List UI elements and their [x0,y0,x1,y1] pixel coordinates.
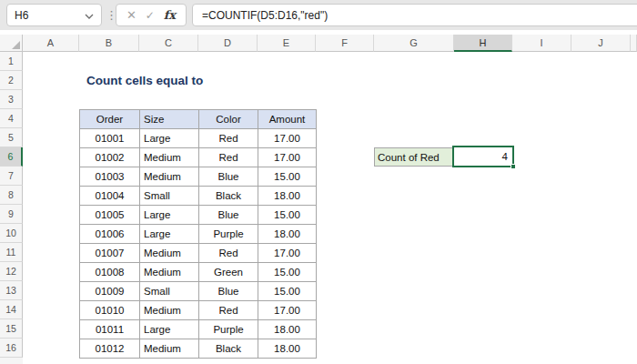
cell-order[interactable]: 01012 [80,339,140,359]
row-header-12[interactable]: 12 [0,262,23,281]
row-header-14[interactable]: 14 [0,300,23,319]
cell-color[interactable]: Blue [199,206,258,225]
column-header-c[interactable]: C [139,35,198,52]
row-header-6-selected[interactable]: 6 [0,147,23,167]
cell-color[interactable]: Blue [199,282,258,301]
corner-triangle-icon [12,41,20,49]
cell-size[interactable]: Medium [140,244,199,263]
cell-size[interactable]: Medium [140,148,199,167]
insert-function-icon[interactable]: fx [164,8,176,22]
row-header-9[interactable]: 9 [0,205,23,224]
column-header-partial [631,35,637,52]
cell-size[interactable]: Large [140,129,199,148]
table-header-order[interactable]: Order [80,110,140,129]
column-header-e[interactable]: E [258,35,316,52]
cell-size[interactable]: Medium [140,263,199,282]
confirm-icon[interactable]: ✓ [146,9,155,22]
row-header-10[interactable]: 10 [0,224,23,243]
cell-amount[interactable]: 18.00 [258,187,317,206]
cell-color[interactable]: Red [199,148,258,167]
cell-order[interactable]: 01009 [80,282,140,301]
formula-bar: H6 ⋮ ✕ ✓ fx =COUNTIF(D5:D16,"red") [0,0,637,30]
row-header-7[interactable]: 7 [0,167,23,186]
row-header-15[interactable]: 15 [0,319,23,339]
cell-order[interactable]: 01008 [80,263,140,282]
table-row: 01002 Medium Red 17.00 [80,148,317,167]
row-header-4[interactable]: 4 [0,109,23,128]
cell-size[interactable]: Medium [140,339,199,359]
cell-amount[interactable]: 15.00 [258,282,317,301]
table-header-size[interactable]: Size [140,110,199,129]
cell-order[interactable]: 01011 [80,320,140,339]
cell-color[interactable]: Red [199,301,258,320]
cell-amount[interactable]: 18.00 [258,225,317,244]
cell-order[interactable]: 01006 [80,225,140,244]
cell-size[interactable]: Small [140,282,199,301]
formula-text: =COUNTIF(D5:D16,"red") [202,9,328,22]
row-header-1[interactable]: 1 [0,52,23,71]
select-all-corner[interactable] [0,35,23,52]
column-header-h-selected[interactable]: H [454,35,512,52]
formula-input[interactable]: =COUNTIF(D5:D16,"red") [192,4,637,26]
cell-order[interactable]: 01007 [80,244,140,263]
cell-amount[interactable]: 18.00 [258,320,317,339]
cell-color[interactable]: Black [199,339,258,359]
table-header-amount[interactable]: Amount [258,110,317,129]
cell-order[interactable]: 01005 [80,206,140,225]
cell-amount[interactable]: 17.00 [258,129,317,148]
table-row: 01011 Large Purple 18.00 [80,320,317,339]
cell-size[interactable]: Small [140,187,199,206]
column-header-d[interactable]: D [198,35,258,52]
cell-size[interactable]: Medium [140,167,199,187]
result-label-cell[interactable]: Count of Red [374,147,455,167]
cell-order[interactable]: 01001 [80,129,140,148]
row-header-13[interactable]: 13 [0,281,23,300]
row-header-16[interactable]: 16 [0,339,23,358]
row-header-3[interactable]: 3 [0,90,23,109]
column-header-i[interactable]: I [512,35,571,52]
cell-color[interactable]: Blue [199,167,258,187]
table-row: 01010 Medium Red 17.00 [80,301,317,320]
table-row: 01012 Medium Black 18.00 [80,339,317,359]
cell-amount[interactable]: 17.00 [258,301,317,320]
cell-color[interactable]: Purple [199,320,258,339]
cell-size[interactable]: Large [140,320,199,339]
column-header-g[interactable]: G [374,35,454,52]
cell-size[interactable]: Large [140,225,199,244]
table-row: 01004 Small Black 18.00 [80,187,317,206]
cell-order[interactable]: 01002 [80,148,140,167]
cell-color[interactable]: Black [199,187,258,206]
selected-cell-h6[interactable]: 4 [452,146,514,167]
fill-handle[interactable] [511,164,516,169]
cell-color[interactable]: Red [199,244,258,263]
cell-order[interactable]: 01004 [80,187,140,206]
row-header-2[interactable]: 2 [0,71,23,90]
cell-amount[interactable]: 15.00 [258,263,317,282]
row-header-11[interactable]: 11 [0,243,23,262]
column-header-b[interactable]: B [79,35,139,52]
row-header-5[interactable]: 5 [0,128,23,147]
cell-size[interactable]: Large [140,206,199,225]
cell-amount[interactable]: 17.00 [258,148,317,167]
column-header-f[interactable]: F [316,35,374,52]
cell-amount[interactable]: 17.00 [258,244,317,263]
cell-order[interactable]: 01003 [80,167,140,187]
cell-size[interactable]: Medium [140,301,199,320]
column-header-a[interactable]: A [23,35,79,52]
column-header-j[interactable]: J [571,35,631,52]
cell-order[interactable]: 01010 [80,301,140,320]
row-header-8[interactable]: 8 [0,186,23,205]
cell-amount[interactable]: 18.00 [258,339,317,359]
row-headers: 1 2 3 4 5 6 7 8 9 10 11 12 13 14 15 16 [0,52,23,364]
cell-color[interactable]: Purple [199,225,258,244]
chevron-down-icon[interactable] [85,9,94,22]
cancel-icon[interactable]: ✕ [126,8,136,22]
cell-amount[interactable]: 15.00 [258,167,317,187]
cell-color[interactable]: Red [199,129,258,148]
cell-color[interactable]: Green [199,263,258,282]
sheet-grid: A B C D E F G H I J 1 2 3 4 5 6 7 8 9 10… [0,35,637,364]
table-row: 01007 Medium Red 17.00 [80,244,317,263]
table-header-color[interactable]: Color [199,110,258,129]
cell-amount[interactable]: 15.00 [258,206,317,225]
name-box[interactable]: H6 [6,4,102,26]
